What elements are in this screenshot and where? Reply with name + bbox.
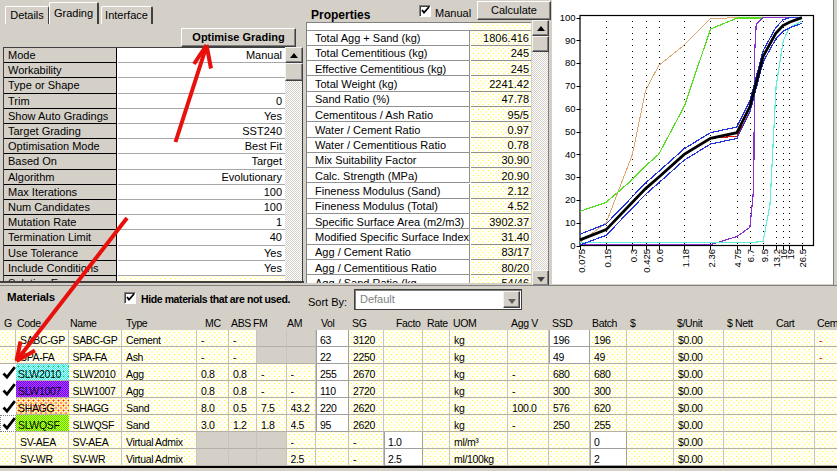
svg-text:50: 50 [565, 126, 576, 137]
svg-text:20: 20 [565, 194, 576, 205]
svg-text:30: 30 [565, 171, 576, 182]
svg-text:0.425: 0.425 [641, 249, 652, 273]
svg-text:1.18: 1.18 [680, 249, 691, 268]
svg-text:4.75: 4.75 [732, 249, 743, 268]
svg-text:40: 40 [565, 149, 576, 160]
svg-text:0.075: 0.075 [576, 249, 587, 273]
svg-text:9.5: 9.5 [759, 249, 770, 262]
svg-text:2.36: 2.36 [706, 249, 717, 268]
svg-text:0.15: 0.15 [602, 249, 613, 268]
svg-text:26.5: 26.5 [797, 249, 808, 268]
svg-text:90: 90 [565, 35, 576, 46]
svg-text:100: 100 [560, 12, 576, 23]
svg-text:60: 60 [565, 103, 576, 114]
svg-text:80: 80 [565, 57, 576, 68]
svg-text:70: 70 [565, 80, 576, 91]
svg-text:10: 10 [565, 217, 576, 228]
svg-text:0.6: 0.6 [654, 249, 665, 262]
svg-text:6.7: 6.7 [745, 249, 756, 262]
svg-text:19: 19 [785, 249, 796, 260]
svg-text:0.3: 0.3 [628, 249, 639, 262]
